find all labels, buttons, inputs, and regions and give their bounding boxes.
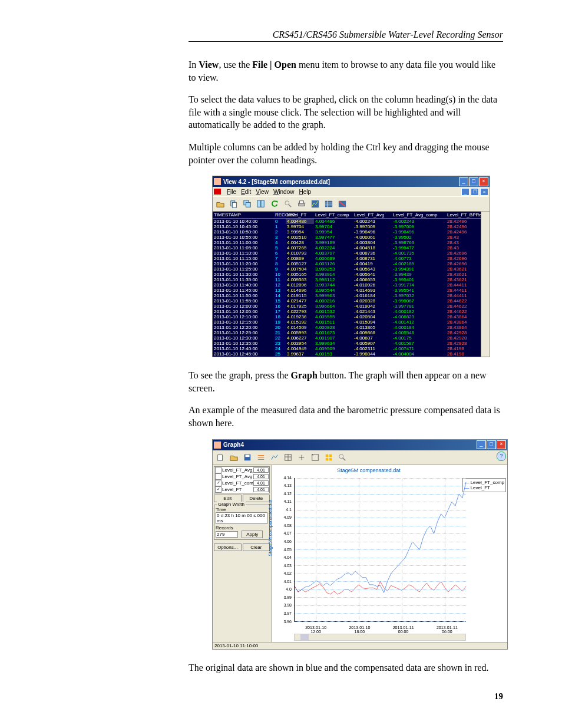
- svg-rect-19: [246, 454, 250, 457]
- svg-rect-32: [329, 457, 332, 460]
- mdi-close-button[interactable]: ×: [480, 188, 488, 196]
- graph-icon[interactable]: [309, 198, 322, 210]
- app-icon: [214, 442, 221, 449]
- save-icon[interactable]: [241, 452, 254, 463]
- time-input[interactable]: 0 d 23 h 10 m 00 s 000 ms: [216, 512, 267, 524]
- svg-rect-1: [232, 203, 236, 208]
- paragraph-6: The original data are shown in blue and …: [189, 661, 503, 674]
- series-panel: Level_FT_Avg_com4.01Level_FT_Avg4.01✓Lev…: [213, 465, 272, 642]
- lines-icon[interactable]: [254, 452, 267, 463]
- data-grid[interactable]: TIMESTAMPRECORDLevel_FTLevel_FT_compLeve…: [213, 212, 481, 357]
- screenshot-view-window: View 4.2 - [Stage5M compensated.dat] _ □…: [212, 176, 490, 357]
- svg-point-33: [339, 454, 343, 458]
- cursor-icon[interactable]: [295, 452, 308, 463]
- window-title: Graph4: [223, 442, 477, 448]
- titlebar[interactable]: Graph4 _ □ ×: [213, 440, 507, 450]
- cascade-icon[interactable]: [241, 198, 254, 210]
- status-text: 2013-01-10 11:10:00: [214, 643, 258, 648]
- menubar: File Edit View Window Help _ ❐ ×: [213, 187, 490, 197]
- svg-line-7: [289, 205, 291, 207]
- screenshot-graph-window: Graph4 _ □ × ? Level_FT_Avg_com4.01Level…: [212, 439, 508, 650]
- app-icon: [214, 178, 221, 185]
- chart-title: Stage5M compensated.dat: [272, 467, 466, 473]
- svg-rect-17: [218, 454, 223, 460]
- horizontal-scrollbar[interactable]: [294, 634, 466, 641]
- graph-toolbar: ?: [213, 450, 507, 465]
- toolbar: [213, 197, 490, 212]
- graph-width-fieldset: Graph Width Time 0 d 23 h 10 m 00 s 000 …: [214, 505, 270, 540]
- minimize-button[interactable]: _: [459, 177, 468, 186]
- chart-legend: — Level_FT_comp — Level_FT: [462, 478, 506, 492]
- mdi-restore-button[interactable]: ❐: [471, 188, 479, 196]
- menu-edit[interactable]: Edit: [241, 189, 251, 195]
- refresh-icon[interactable]: [268, 198, 281, 210]
- records-label: Records: [216, 525, 268, 531]
- time-label: Time: [216, 507, 268, 512]
- txt: , use the: [219, 60, 252, 70]
- legend-item: Level_FT_comp: [471, 480, 504, 485]
- svg-rect-11: [325, 201, 332, 207]
- svg-rect-9: [300, 201, 304, 203]
- fit-icon[interactable]: [309, 452, 322, 463]
- txt: In: [189, 60, 199, 70]
- apply-button[interactable]: Apply: [242, 531, 263, 538]
- paragraph-5: An example of the measured data and the …: [189, 404, 503, 429]
- menu-help[interactable]: Help: [299, 189, 311, 195]
- window-title: View 4.2 - [Stage5M compensated.dat]: [223, 179, 459, 185]
- open-icon[interactable]: [227, 452, 240, 463]
- close-button[interactable]: ×: [479, 177, 488, 186]
- tile-icon[interactable]: [254, 198, 267, 210]
- txt-bold: File | Open: [252, 60, 296, 70]
- options-button[interactable]: Options...: [214, 543, 242, 551]
- copy-icon[interactable]: [214, 452, 227, 463]
- paragraph-3: Multiple columns can be added by holding…: [189, 141, 503, 166]
- legend-label: Graph Width: [217, 502, 246, 507]
- status-bar: 2013-01-10 11:10:00: [213, 642, 507, 649]
- page-number: 19: [59, 691, 503, 701]
- copy-icon[interactable]: [227, 198, 240, 210]
- grid-toggle-icon[interactable]: [322, 198, 335, 210]
- menu-view[interactable]: View: [256, 189, 269, 195]
- titlebar[interactable]: View 4.2 - [Stage5M compensated.dat] _ □…: [213, 176, 490, 187]
- grid-off-icon[interactable]: [336, 198, 349, 210]
- vertical-scrollbar[interactable]: [481, 212, 490, 357]
- svg-rect-31: [326, 457, 328, 460]
- svg-rect-5: [261, 200, 264, 207]
- zoom-icon[interactable]: [282, 198, 295, 210]
- grid-icon[interactable]: [322, 452, 335, 463]
- txt-bold: Graph: [291, 370, 318, 380]
- y-axis-label: Stage5M compensated.dat: [267, 499, 273, 556]
- help-icon[interactable]: ?: [497, 452, 506, 461]
- paragraph-1: In View, use the File | Open menu item t…: [189, 58, 503, 84]
- svg-rect-4: [257, 200, 260, 207]
- chart-area[interactable]: Stage5M compensated.dat — Level_FT_comp …: [272, 465, 507, 642]
- table-icon[interactable]: [282, 452, 295, 463]
- maximize-button[interactable]: □: [487, 440, 496, 449]
- menu-window[interactable]: Window: [273, 189, 295, 195]
- svg-rect-30: [329, 454, 332, 456]
- svg-rect-3: [246, 203, 250, 207]
- menu-file[interactable]: File: [227, 189, 236, 195]
- legend-item: Level_FT: [471, 485, 490, 490]
- records-input[interactable]: 279: [216, 531, 238, 538]
- delete-button[interactable]: Delete: [243, 495, 270, 502]
- close-button[interactable]: ×: [497, 440, 506, 449]
- svg-rect-29: [326, 454, 328, 456]
- paragraph-2: To select the data values to be graphed,…: [189, 93, 503, 131]
- open-icon[interactable]: [214, 198, 227, 210]
- print-icon[interactable]: [295, 198, 308, 210]
- svg-point-6: [285, 201, 289, 205]
- minimize-button[interactable]: _: [477, 440, 486, 449]
- zoom-icon[interactable]: [336, 452, 349, 463]
- page-header: CRS451/CRS456 Submersible Water-Level Re…: [189, 29, 503, 42]
- clear-button[interactable]: Clear: [243, 543, 270, 551]
- mdi-icon: [214, 189, 221, 195]
- txt: To see the graph, press the: [189, 370, 291, 380]
- mdi-minimize-button[interactable]: _: [461, 188, 470, 196]
- chart-icon[interactable]: [268, 452, 281, 463]
- svg-line-34: [343, 457, 345, 460]
- txt-bold: View: [199, 60, 219, 70]
- paragraph-4: To see the graph, press the Graph button…: [189, 369, 503, 394]
- maximize-button[interactable]: □: [469, 177, 478, 186]
